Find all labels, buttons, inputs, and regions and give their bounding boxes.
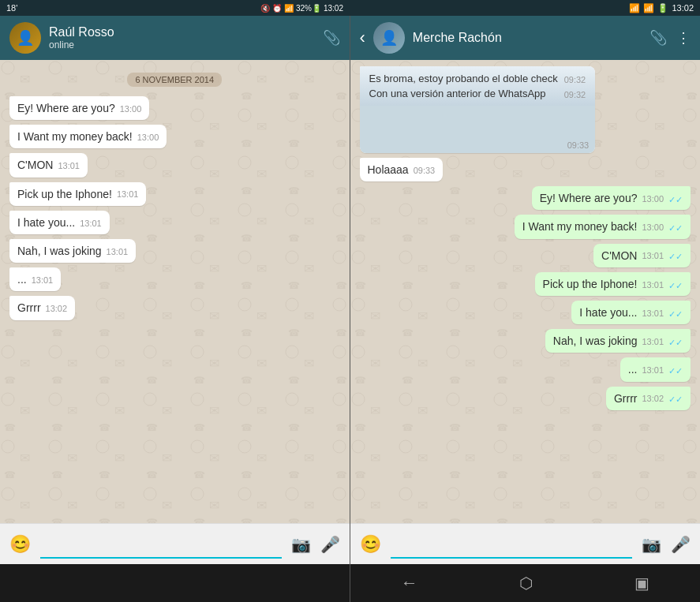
bubble-outgoing: I Want my money back! 13:00 ✓✓	[515, 215, 691, 238]
bubble-time: 13:01	[117, 189, 139, 200]
right-menu-icon[interactable]: ⋮	[676, 29, 691, 47]
left-attach-icon[interactable]: 📎	[323, 29, 340, 47]
bubble-outgoing: Pick up the Iphone! 13:01 ✓✓	[535, 272, 691, 296]
bubble-text: Holaaaa	[368, 163, 409, 177]
bubble-time: 13:02	[642, 393, 664, 404]
bubble-incoming: Pick up the Iphone! 13:01	[9, 182, 146, 206]
message-row: ... 13:01	[9, 267, 340, 291]
message-row: Nah, I was joking 13:01 ✓✓	[360, 329, 691, 353]
left-header-info: Raúl Rosso online	[49, 25, 315, 50]
right-emoji-icon[interactable]: 😊	[360, 534, 381, 555]
bubble-text: Ey! Where are you?	[17, 101, 115, 115]
message-row: C'MON 13:01 ✓✓	[360, 244, 691, 267]
image-preview: 09:33	[360, 106, 596, 153]
bubble-text: I hate you...	[579, 305, 637, 320]
bubble-time: 13:01	[642, 365, 664, 376]
alarm-icon: ⏰	[272, 4, 282, 13]
clock-left: 13:02	[324, 4, 343, 13]
status-bar: 18' 🔇 ⏰ 📶 32%🔋 13:02 📶 📶 🔋 13:02	[0, 0, 700, 16]
message-row: Grrrr 13:02 ✓✓	[360, 387, 691, 410]
nav-back-button[interactable]: ←	[401, 573, 418, 593]
bubble-time: 13:01	[642, 250, 664, 261]
battery-icon: 32%🔋	[296, 4, 321, 13]
bubble-time: 13:00	[642, 222, 664, 233]
message-row: ... 13:01 ✓✓	[360, 357, 691, 381]
bubble-time: 09:33	[414, 165, 436, 176]
bubble-outgoing: I hate you... 13:01 ✓✓	[571, 301, 691, 324]
right-header-icons: 📎 ⋮	[649, 29, 691, 47]
check-marks: ✓✓	[668, 308, 683, 320]
left-contact-name: Raúl Rosso	[49, 25, 315, 39]
right-contact-name: Merche Rachón	[413, 31, 642, 45]
battery-right-icon: 🔋	[657, 3, 668, 13]
signal-icon: 📶	[284, 4, 294, 13]
bubble-text: ...	[17, 272, 27, 286]
bubble-incoming: Holaaaa 09:33	[360, 158, 444, 181]
left-time: 18'	[6, 3, 17, 13]
left-message-input[interactable]	[40, 530, 282, 559]
check-marks: ✓✓	[668, 337, 683, 348]
check-marks: ✓✓	[668, 194, 683, 205]
message-row: I Want my money back! 13:00 ✓✓	[360, 215, 691, 238]
left-camera-icon[interactable]: 📷	[291, 535, 311, 554]
left-header-icons: 📎	[323, 29, 340, 47]
bubble-time: 13:00	[642, 193, 664, 204]
right-message-input[interactable]	[391, 530, 633, 559]
wifi-icon: 📶	[629, 3, 640, 13]
message-row: Ey! Where are you? 13:00	[9, 96, 340, 120]
date-separator: 6 NOVEMBER 2014	[9, 73, 340, 87]
right-messages: Es broma, estoy probando el doble check …	[360, 66, 691, 412]
bubble-incoming: ... 13:01	[9, 267, 61, 291]
bubble-text: Pick up the Iphone!	[543, 277, 638, 291]
check-marks: ✓✓	[668, 394, 683, 405]
right-attach-icon[interactable]: 📎	[649, 29, 667, 47]
bubble-text: I hate you...	[17, 215, 75, 230]
status-bar-right: 📶 📶 🔋 13:02	[350, 3, 700, 13]
bubble-text: Grrrr	[17, 301, 41, 315]
bubble-text: C'MON	[601, 249, 637, 263]
bubble-time: 13:02	[46, 303, 68, 314]
bubble-text: Grrrr	[614, 391, 638, 406]
bubble-time: 13:01	[642, 279, 664, 290]
bubble-time: 13:01	[80, 218, 102, 229]
image-bubble: Es broma, estoy probando el doble check …	[360, 66, 596, 153]
right-chat-panel: ‹ 👤 Merche Rachón 📎 ⋮	[350, 16, 701, 564]
bubble-incoming: I hate you... 13:01	[9, 211, 110, 234]
bubble-time: 13:00	[120, 103, 142, 114]
left-contact-status: online	[49, 39, 315, 50]
bubble-text: Ey! Where are you?	[540, 191, 638, 205]
right-chat-header: ‹ 👤 Merche Rachón 📎 ⋮	[350, 16, 701, 60]
nav-recent-button[interactable]: ▣	[634, 574, 649, 593]
bubble-outgoing: Ey! Where are you? 13:00 ✓✓	[532, 186, 691, 210]
bubble-incoming: I Want my money back! 13:00	[9, 125, 167, 148]
check-marks: ✓✓	[668, 222, 683, 234]
left-mic-icon[interactable]: 🎤	[320, 535, 340, 554]
bubble-text: Nah, I was joking	[553, 334, 638, 348]
bubble-text: Pick up the Iphone!	[17, 187, 112, 201]
bubble-time: 13:01	[642, 336, 664, 347]
right-input-bar: 😊 📷 🎤	[350, 523, 701, 564]
right-header-info: Merche Rachón	[413, 31, 642, 45]
bubble-time: 13:01	[32, 275, 54, 286]
left-messages: 6 NOVEMBER 2014 Ey! Where are you? 13:00	[9, 66, 340, 322]
image-line1: Es broma, estoy probando el doble check	[369, 73, 558, 84]
nav-home-button[interactable]: ⬡	[519, 574, 533, 593]
bubble-text: Nah, I was joking	[17, 244, 102, 258]
left-chat-body: ✉ ☎ 6 NOVEMBER 2014	[0, 60, 350, 523]
back-icon[interactable]: ‹	[360, 28, 365, 48]
left-avatar: 👤	[9, 22, 41, 54]
bubble-incoming: Ey! Where are you? 13:00	[9, 96, 149, 120]
bubble-time: 13:01	[642, 308, 664, 319]
message-row: C'MON 13:01	[9, 153, 340, 177]
status-bar-left: 18' 🔇 ⏰ 📶 32%🔋 13:02	[0, 3, 350, 13]
bubble-incoming: C'MON 13:01	[9, 153, 88, 177]
bubble-text: I Want my money back!	[17, 129, 133, 144]
left-status-icons: 🔇 ⏰ 📶 32%🔋 13:02	[260, 4, 343, 13]
nav-bar: ← ⬡ ▣	[0, 564, 700, 602]
check-marks: ✓✓	[668, 251, 683, 262]
right-camera-icon[interactable]: 📷	[642, 535, 661, 554]
bubble-text: I Want my money back!	[522, 219, 638, 234]
left-emoji-icon[interactable]: 😊	[9, 534, 31, 555]
right-mic-icon[interactable]: 🎤	[671, 535, 691, 554]
message-row: I hate you... 13:01 ✓✓	[360, 301, 691, 324]
